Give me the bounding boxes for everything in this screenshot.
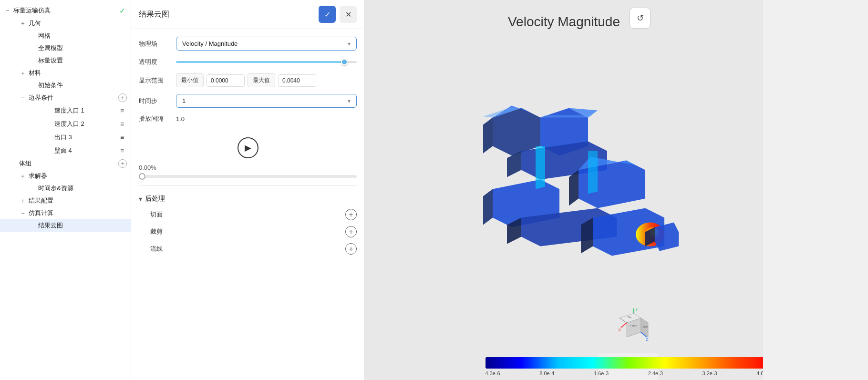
sidebar-item-bodygroup[interactable]: 体组 ＋ [0, 157, 131, 170]
panel-title: 结果云图 [139, 10, 315, 20]
post-label: 后处理 [145, 195, 165, 203]
min-value-input[interactable] [207, 74, 245, 87]
slider-thumb[interactable] [341, 59, 348, 65]
sidebar-item-result-cloud[interactable]: 结果云图 [0, 219, 131, 232]
interval-row: 播放间隔 1.0 [139, 114, 357, 123]
svg-text:Y: Y [635, 308, 638, 312]
sidebar-item-wall4[interactable]: 壁面 4 ≡ [0, 144, 131, 157]
svg-text:Top: Top [628, 316, 631, 318]
interval-label: 播放间隔 [139, 114, 172, 123]
add-clip-button[interactable]: ＋ [345, 209, 357, 220]
transparency-slider[interactable] [176, 57, 357, 67]
colorbar-label-0: 4.3e-6 [486, 370, 500, 376]
expand-material-icon: ＋ [19, 69, 27, 77]
sidebar-item-outlet3[interactable]: 出口 3 ≡ [0, 131, 131, 144]
sidebar-item-boundary[interactable]: − 边界条件 ＋ [0, 92, 131, 104]
svg-marker-22 [540, 115, 593, 117]
post-arrow-icon: ▾ [139, 195, 142, 203]
add-boundary-icon[interactable]: ＋ [118, 93, 127, 102]
add-streamline-button[interactable]: ＋ [345, 243, 357, 255]
menu-velocity-inlet2-icon[interactable]: ≡ [117, 119, 127, 129]
svg-marker-19 [655, 222, 679, 251]
timestep-dropdown[interactable]: 1 ▾ [176, 94, 357, 108]
min-label-btn[interactable]: 最小值 [176, 73, 204, 87]
post-item-crop: 裁剪 ＋ [139, 223, 357, 240]
svg-text:Side: Side [643, 325, 648, 328]
svg-marker-24 [588, 151, 598, 194]
confirm-button[interactable]: ✓ [319, 6, 336, 23]
sidebar-item-material[interactable]: ＋ 材料 [0, 67, 131, 79]
sidebar-item-init-condition[interactable]: 初始条件 [0, 79, 131, 92]
sidebar-item-scalar-settings[interactable]: 标量设置 [0, 54, 131, 67]
post-header[interactable]: ▾ 后处理 [139, 192, 357, 206]
refresh-button[interactable]: ↺ [630, 8, 651, 29]
post-item-streamline: 流线 ＋ [139, 240, 357, 257]
progress-bar [139, 175, 357, 178]
physics-dropdown[interactable]: Velocity / Magnitude ▾ [176, 37, 357, 51]
colorbar-labels: 4.3e-6 8.0e-4 1.6e-3 2.4e-3 3.2e-3 4.0e-… [486, 370, 764, 376]
post-crop-label: 裁剪 [150, 227, 345, 236]
physics-value: Velocity / Magnitude [182, 40, 238, 47]
svg-marker-6 [507, 151, 521, 177]
sidebar-item-timestep[interactable]: 时间步&资源 [0, 182, 131, 195]
sidebar-item-result-config[interactable]: ＋ 结果配置 [0, 195, 131, 207]
svg-marker-11 [483, 189, 493, 225]
colorbar-label-1: 8.0e-4 [539, 370, 554, 376]
viewport-title: Velocity Magnitude [508, 14, 620, 30]
physics-row: 物理场 Velocity / Magnitude ▾ [139, 37, 357, 51]
svg-marker-1 [483, 117, 493, 153]
dropdown-arrow-icon: ▾ [348, 41, 351, 47]
timestep-label: 时间步 [139, 97, 172, 105]
post-clip-label: 切面 [150, 210, 345, 219]
add-crop-button[interactable]: ＋ [345, 226, 357, 237]
panel-body: 物理场 Velocity / Magnitude ▾ 透明度 [131, 29, 364, 380]
interval-value: 1.0 [176, 115, 185, 123]
sidebar-item-mesh[interactable]: 网格 [0, 30, 131, 42]
svg-marker-8 [569, 170, 579, 205]
left-sidebar: − 标量运输仿真 ✓ ＋ 几何 网格 全局模型 标量设置 ＋ 材料 初始条件 −… [0, 0, 131, 380]
add-bodygroup-icon[interactable]: ＋ [118, 159, 127, 168]
colorbar-label-2: 1.6e-3 [594, 370, 609, 376]
menu-wall4-icon[interactable]: ≡ [117, 146, 127, 155]
viewport[interactable]: Velocity Magnitude ↺ [365, 0, 763, 380]
timestep-dropdown-arrow-icon: ▾ [348, 98, 351, 104]
svg-line-31 [621, 323, 627, 328]
progress-text: 0.00% [139, 164, 357, 171]
play-button[interactable]: ▶ [238, 137, 258, 158]
slider-track [176, 61, 357, 63]
transparency-row: 透明度 [139, 57, 357, 67]
svg-marker-23 [536, 146, 545, 189]
progress-indicator [139, 173, 145, 180]
menu-velocity-inlet1-icon[interactable]: ≡ [117, 106, 127, 115]
display-range-row: 显示范围 最小值 最大值 [139, 73, 357, 87]
max-value-input[interactable] [278, 74, 316, 87]
check-icon: ✓ [117, 6, 127, 15]
menu-outlet3-icon[interactable]: ≡ [117, 133, 127, 142]
transparency-label: 透明度 [139, 58, 172, 66]
panel-header: 结果云图 ✓ ✕ [131, 0, 364, 29]
svg-text:Front: Front [630, 324, 637, 327]
sidebar-item-solver[interactable]: ＋ 求解器 [0, 170, 131, 182]
collapse-boundary-icon: − [19, 94, 27, 102]
expand-result-config-icon: ＋ [19, 197, 27, 205]
result-cloud-panel: 结果云图 ✓ ✕ 物理场 Velocity / Magnitude ▾ 透明度 [131, 0, 365, 380]
3d-model [445, 103, 683, 284]
sidebar-item-global-model[interactable]: 全局模型 [0, 42, 131, 54]
expand-icon: ＋ [19, 20, 27, 27]
close-button[interactable]: ✕ [340, 6, 357, 23]
sidebar-item-velocity-inlet1[interactable]: 速度入口 1 ≡ [0, 104, 131, 117]
main-content: 结果云图 ✓ ✕ 物理场 Velocity / Magnitude ▾ 透明度 [131, 0, 868, 380]
colorbar-label-4: 3.2e-3 [703, 370, 717, 376]
sidebar-item-geometry[interactable]: ＋ 几何 [0, 17, 131, 30]
timestep-row: 时间步 1 ▾ [139, 94, 357, 108]
axis-cube: Y X Z Front Top Side [617, 308, 651, 342]
physics-label: 物理场 [139, 40, 172, 48]
svg-text:X: X [618, 328, 621, 332]
svg-text:Z: Z [646, 337, 649, 342]
max-label-btn[interactable]: 最大值 [248, 73, 275, 87]
post-item-clip: 切面 ＋ [139, 206, 357, 223]
timestep-value: 1 [182, 97, 186, 104]
sidebar-item-root[interactable]: − 标量运输仿真 ✓ [0, 4, 131, 17]
sidebar-item-velocity-inlet2[interactable]: 速度入口 2 ≡ [0, 117, 131, 131]
sidebar-item-simulation[interactable]: − 仿真计算 [0, 207, 131, 219]
